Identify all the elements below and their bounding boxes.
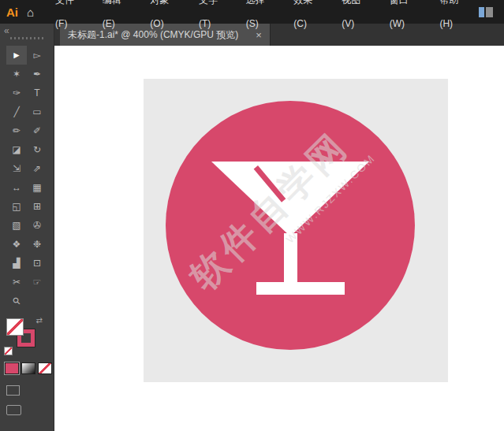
artboard-tool[interactable]: ⊡ xyxy=(27,254,47,273)
home-icon[interactable]: ⌂ xyxy=(27,6,34,19)
type-tool[interactable]: T xyxy=(27,84,47,102)
panel-bottom-icons xyxy=(6,385,54,415)
canvas[interactable]: 软件自学网 WWW.RJZXW.COM xyxy=(54,46,504,431)
gradient-tool[interactable]: ▧ xyxy=(6,216,27,235)
line-segment-tool[interactable]: ╱ xyxy=(6,102,27,121)
symbol-sprayer-tool[interactable]: ❉ xyxy=(27,235,47,254)
pencil-tool[interactable]: ✏ xyxy=(6,121,27,140)
selection-tool[interactable]: ► xyxy=(6,46,27,65)
brush-tool[interactable]: ✐ xyxy=(27,121,47,140)
menu-window[interactable]: 窗口(W) xyxy=(381,0,431,35)
illustrator-window: Ai ⌂ 文件(F)编辑(E)对象(O)文字(T)选择(S)效果(C)视图(V)… xyxy=(0,0,504,431)
eraser-tool[interactable]: ◪ xyxy=(6,140,27,159)
screen-mode-icon[interactable] xyxy=(6,405,21,415)
workspace-switcher-icon[interactable] xyxy=(479,7,493,17)
rotate-tool[interactable]: ↻ xyxy=(27,140,47,159)
menu-bar-items: 文件(F)编辑(E)对象(O)文字(T)选择(S)效果(C)视图(V)窗口(W)… xyxy=(47,0,479,35)
martini-glass-bowl[interactable] xyxy=(211,162,369,236)
fill-type-buttons xyxy=(5,362,54,374)
none-fill-button[interactable] xyxy=(38,362,52,374)
workspace-icon-left-pane xyxy=(479,7,484,17)
gradient-fill-button[interactable] xyxy=(21,362,35,374)
panel-grip[interactable] xyxy=(10,37,43,39)
shear-tool[interactable]: ⇗ xyxy=(27,159,47,178)
cocktail-circle[interactable] xyxy=(166,101,415,350)
tools-panel-header: « xyxy=(0,24,54,46)
menu-effect[interactable]: 效果(C) xyxy=(285,0,333,35)
column-graph-tool[interactable]: ▟ xyxy=(6,254,27,273)
direct-selection-tool[interactable]: ▻ xyxy=(27,46,47,65)
swap-fill-stroke-icon[interactable]: ⇄ xyxy=(36,316,43,325)
artboard[interactable]: 软件自学网 WWW.RJZXW.COM xyxy=(144,79,448,382)
paintbrush-tool[interactable]: ✑ xyxy=(6,84,27,102)
hand-tool[interactable]: ☞ xyxy=(27,273,47,292)
menu-help[interactable]: 帮助(H) xyxy=(431,0,479,35)
menu-edit[interactable]: 编辑(E) xyxy=(94,0,141,35)
scale-tool[interactable]: ⇲ xyxy=(6,159,27,178)
menu-file[interactable]: 文件(F) xyxy=(47,0,94,35)
default-fill-stroke-icon[interactable] xyxy=(4,347,13,355)
workspace-icon-right-pane xyxy=(486,7,493,17)
martini-glass-stem[interactable] xyxy=(284,233,297,285)
app-logo: Ai xyxy=(0,6,25,19)
tools-panel: « ►▻✶✒✑T╱▭✏✐◪↻⇲⇗↔▦◱⊞▧✇❖❉▟⊡✂☞⚲ ⇄ xyxy=(0,24,54,431)
menu-object[interactable]: 对象(O) xyxy=(141,0,190,35)
color-fill-button[interactable] xyxy=(5,362,19,374)
collapse-panel-icon[interactable]: « xyxy=(4,25,9,36)
martini-glass-base[interactable] xyxy=(256,282,345,295)
menu-select[interactable]: 选择(S) xyxy=(237,0,285,35)
free-transform-tool[interactable]: ▦ xyxy=(27,178,47,197)
eyedropper-tool[interactable]: ✇ xyxy=(27,216,47,235)
width-tool[interactable]: ↔ xyxy=(6,178,27,197)
magic-wand-tool[interactable]: ✶ xyxy=(6,65,27,84)
tools-grid: ►▻✶✒✑T╱▭✏✐◪↻⇲⇗↔▦◱⊞▧✇❖❉▟⊡✂☞⚲ xyxy=(0,46,54,310)
shape-builder-tool[interactable]: ◱ xyxy=(6,197,27,216)
fill-color-swatch[interactable] xyxy=(6,318,24,336)
fill-stroke-control: ⇄ xyxy=(6,318,43,353)
menu-view[interactable]: 视图(V) xyxy=(333,0,380,35)
mesh-tool[interactable]: ⊞ xyxy=(27,197,47,216)
rectangle-tool[interactable]: ▭ xyxy=(27,102,47,121)
drawing-modes-icon[interactable] xyxy=(6,385,20,396)
menu-type[interactable]: 文字(T) xyxy=(190,0,237,35)
menu-bar: Ai ⌂ 文件(F)编辑(E)对象(O)文字(T)选择(S)效果(C)视图(V)… xyxy=(0,0,504,24)
blend-tool[interactable]: ❖ xyxy=(6,235,27,254)
pen-tool[interactable]: ✒ xyxy=(27,65,47,84)
